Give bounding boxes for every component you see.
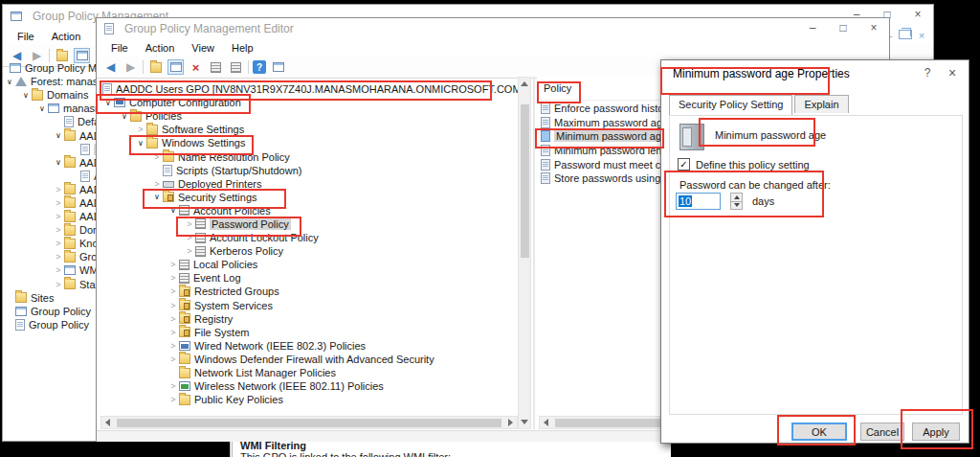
up-one-level-icon[interactable] bbox=[147, 59, 164, 75]
pane-splitter[interactable] bbox=[533, 77, 535, 429]
minimize-button[interactable]: – bbox=[797, 18, 828, 39]
chevron-icon[interactable]: ∨ bbox=[4, 78, 15, 86]
tree-item[interactable]: > AADD bbox=[4, 210, 97, 223]
chevron-icon[interactable]: > bbox=[53, 198, 64, 208]
chevron-icon[interactable]: > bbox=[184, 246, 195, 256]
tree-item[interactable]: Group Policy bbox=[4, 318, 97, 331]
scroll-right-icon[interactable] bbox=[504, 417, 517, 429]
tree-item[interactable]: ∨ Policies bbox=[99, 109, 518, 123]
help-icon[interactable]: ? bbox=[253, 60, 266, 74]
chevron-icon[interactable]: > bbox=[53, 265, 64, 275]
mdi-close-icon[interactable]: × bbox=[916, 30, 927, 41]
toolbar-icon[interactable] bbox=[49, 49, 50, 62]
export-list-icon[interactable] bbox=[228, 59, 244, 75]
chevron-icon[interactable]: ∨ bbox=[53, 158, 64, 167]
tree-item[interactable]: > Deployed Printers bbox=[99, 177, 518, 191]
tree-item[interactable]: Sites bbox=[4, 291, 97, 305]
tree-item[interactable]: ∨ Windows Settings bbox=[99, 136, 518, 149]
menu-item[interactable]: File bbox=[102, 40, 137, 56]
chevron-icon[interactable]: > bbox=[167, 314, 179, 324]
tree-item[interactable]: ∨ Computer Configuration bbox=[99, 96, 518, 109]
tree-item[interactable]: ∨ manasm bbox=[4, 102, 97, 115]
tree-item[interactable]: A bbox=[4, 170, 97, 183]
toolbar-icon[interactable] bbox=[143, 60, 144, 74]
chevron-icon[interactable]: > bbox=[167, 301, 179, 310]
scrollbar-thumb[interactable] bbox=[117, 419, 501, 427]
tree-item[interactable]: > Registry bbox=[99, 312, 518, 326]
menu-item[interactable]: Help bbox=[223, 40, 262, 56]
tree-item[interactable]: Network List Manager Policies bbox=[99, 366, 518, 379]
tree-item[interactable]: ∨ AADD bbox=[4, 156, 97, 170]
menu-item[interactable]: File bbox=[9, 29, 43, 44]
tree-item[interactable]: Group Policy bbox=[4, 305, 97, 318]
chevron-icon[interactable]: > bbox=[167, 260, 179, 269]
close-button[interactable]: × bbox=[858, 18, 889, 39]
tree-item[interactable]: A bbox=[4, 143, 97, 156]
tree-item[interactable]: > Account Lockout Policy bbox=[99, 231, 518, 244]
tree-item[interactable]: > Kerberos Policy bbox=[99, 244, 518, 258]
maximize-button[interactable]: □ bbox=[828, 18, 858, 39]
tree-item[interactable]: > Local Policies bbox=[99, 258, 518, 271]
console-window-icon[interactable] bbox=[270, 59, 286, 75]
tree-horizontal-scrollbar[interactable] bbox=[100, 416, 518, 429]
tree-vertical-scrollbar[interactable] bbox=[518, 77, 531, 429]
chevron-icon[interactable]: > bbox=[53, 212, 64, 221]
chevron-icon[interactable]: ∨ bbox=[135, 139, 146, 148]
days-input[interactable]: 10 bbox=[676, 193, 721, 210]
tree-item[interactable]: AADDC Users GPO [NV8NV31R9X7Z40J.MANASMO… bbox=[99, 82, 518, 96]
chevron-icon[interactable]: > bbox=[167, 273, 179, 283]
chevron-icon[interactable]: > bbox=[53, 225, 64, 235]
chevron-icon[interactable]: ∨ bbox=[119, 112, 130, 121]
chevron-icon[interactable]: > bbox=[135, 125, 146, 134]
tree-item[interactable]: > Know bbox=[4, 237, 97, 250]
dialog-tab[interactable]: Explain bbox=[794, 95, 848, 113]
tree-item[interactable]: > System Services bbox=[99, 299, 518, 312]
define-policy-checkbox[interactable]: ✓ bbox=[678, 158, 690, 171]
tree-item[interactable]: > Grou bbox=[4, 250, 97, 263]
properties-icon[interactable] bbox=[208, 59, 224, 75]
scroll-left-icon[interactable] bbox=[540, 417, 552, 429]
tree-item[interactable]: ∨ AADD bbox=[4, 128, 97, 142]
tree-item[interactable]: > Restricted Groups bbox=[99, 285, 518, 298]
scrollbar-thumb[interactable] bbox=[555, 419, 670, 427]
tree-item[interactable]: > Wireless Network (IEEE 802.11) Policie… bbox=[99, 379, 518, 393]
tree-item[interactable]: > WMI bbox=[4, 263, 97, 277]
help-button[interactable]: ? bbox=[915, 63, 940, 84]
tree-item[interactable]: > AADD bbox=[4, 183, 97, 196]
chevron-icon[interactable]: ∨ bbox=[36, 104, 48, 113]
tree-item[interactable]: Defa bbox=[4, 115, 97, 128]
tree-item[interactable]: > Wired Network (IEEE 802.3) Policies bbox=[99, 339, 518, 353]
tree-item[interactable]: > File System bbox=[99, 326, 518, 339]
chevron-icon[interactable]: > bbox=[53, 252, 64, 262]
dialog-titlebar[interactable]: Minimum password age Properties ? × bbox=[661, 60, 969, 87]
chevron-icon[interactable]: ∨ bbox=[102, 99, 114, 107]
chevron-icon[interactable]: > bbox=[151, 152, 163, 162]
menu-item[interactable]: Action bbox=[43, 29, 90, 44]
close-button[interactable]: × bbox=[940, 63, 965, 84]
mdi-restore-icon[interactable] bbox=[899, 30, 912, 39]
chevron-icon[interactable]: > bbox=[167, 286, 179, 296]
tree-item[interactable]: Scripts (Startup/Shutdown) bbox=[99, 164, 518, 177]
tree-item[interactable]: > Password Policy bbox=[99, 217, 518, 231]
chevron-icon[interactable]: ∨ bbox=[151, 193, 163, 201]
chevron-icon[interactable]: > bbox=[184, 219, 195, 229]
menu-item[interactable]: Action bbox=[137, 40, 184, 56]
cancel-button[interactable]: Cancel bbox=[860, 423, 904, 441]
chevron-icon[interactable]: > bbox=[167, 354, 179, 364]
scroll-up-icon[interactable] bbox=[519, 78, 531, 90]
menu-item[interactable]: View bbox=[183, 40, 223, 56]
chevron-icon[interactable]: > bbox=[167, 341, 179, 351]
forward-icon[interactable]: ▶ bbox=[122, 59, 139, 75]
tree-item[interactable]: > Start bbox=[4, 278, 97, 291]
close-button[interactable]: × bbox=[902, 5, 933, 26]
tree-item[interactable]: ∨ Domains bbox=[4, 88, 97, 102]
tree-item[interactable]: > Windows Defender Firewall with Advance… bbox=[99, 353, 518, 366]
chevron-icon[interactable]: > bbox=[184, 233, 195, 242]
chevron-icon[interactable]: ∨ bbox=[20, 91, 32, 100]
chevron-icon[interactable]: > bbox=[53, 185, 64, 194]
tree-item[interactable]: > Dom bbox=[4, 223, 97, 237]
tree-item[interactable]: ∨ Forest: manasm bbox=[4, 75, 97, 88]
spinner-down-icon[interactable] bbox=[730, 202, 743, 211]
chevron-icon[interactable]: > bbox=[167, 381, 179, 391]
tree-item[interactable]: > Public Key Policies bbox=[99, 393, 518, 406]
